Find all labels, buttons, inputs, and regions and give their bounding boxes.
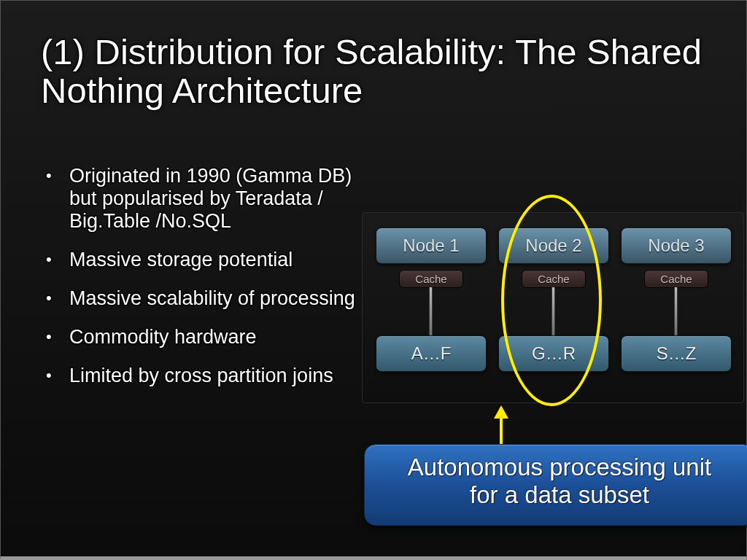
- node-box: Node 3: [621, 228, 732, 264]
- connector-line: [429, 287, 433, 335]
- bullet-text: Massive storage potential: [69, 249, 293, 271]
- bullet-icon: •: [46, 365, 69, 387]
- callout-line2: for a data subset: [470, 481, 649, 508]
- bullet-icon: •: [46, 287, 69, 310]
- connector-line: [551, 287, 555, 335]
- cache-box: Cache: [399, 270, 463, 288]
- node-box: Node 2: [498, 228, 609, 264]
- bullet-icon: •: [46, 326, 69, 349]
- callout-line1: Autonomous processing unit: [408, 454, 711, 481]
- node-box: Node 1: [376, 228, 487, 264]
- list-item: • Limited by cross partition joins: [46, 365, 356, 387]
- connector-line: [674, 287, 678, 335]
- list-item: • Originated in 1990 (Gamma DB) but popu…: [46, 165, 356, 233]
- bullet-icon: •: [46, 249, 69, 271]
- data-box: G…R: [498, 335, 609, 372]
- bullet-list: • Originated in 1990 (Gamma DB) but popu…: [46, 165, 356, 403]
- slide-title: (1) Distribution for Scalability: The Sh…: [41, 33, 705, 110]
- list-item: • Massive storage potential: [46, 249, 356, 271]
- bullet-text: Commodity hardware: [69, 326, 257, 349]
- cache-box: Cache: [644, 270, 708, 288]
- cache-box: Cache: [522, 270, 586, 288]
- bullet-text: Originated in 1990 (Gamma DB) but popula…: [69, 165, 356, 233]
- data-box: S…Z: [621, 335, 732, 372]
- data-box: A…F: [376, 335, 487, 372]
- bullet-text: Massive scalability of processing: [69, 287, 355, 310]
- arrow-shaft-icon: [500, 417, 503, 446]
- bullet-text: Limited by cross partition joins: [69, 365, 333, 387]
- list-item: • Massive scalability of processing: [46, 287, 356, 310]
- callout-box: Autonomous processing unit for a data su…: [364, 444, 747, 526]
- architecture-diagram: Node 1 Cache A…F Node 2 Cache G…R Node 3…: [362, 212, 744, 403]
- slide: (1) Distribution for Scalability: The Sh…: [0, 0, 747, 560]
- list-item: • Commodity hardware: [46, 326, 356, 349]
- bullet-icon: •: [46, 165, 69, 233]
